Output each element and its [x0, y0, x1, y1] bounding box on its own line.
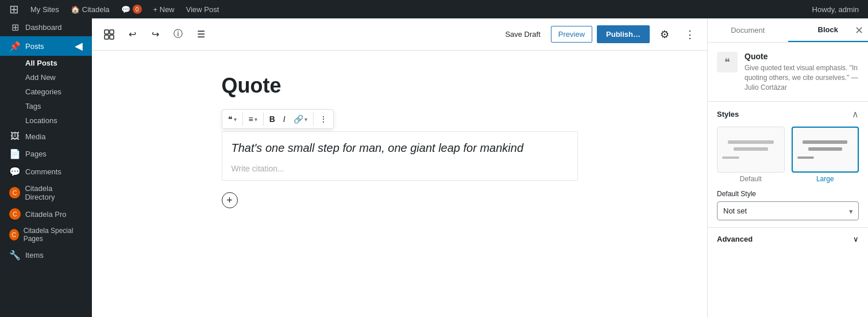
site-item[interactable]: 🏠 Citadela [66, 0, 114, 18]
large-preview-line-2 [808, 147, 842, 151]
comments-label: Comments [25, 167, 61, 176]
citadela-directory-label: Citadela Directory [25, 184, 83, 201]
posts-label: Posts [25, 42, 44, 51]
link-icon: 🔗 [294, 114, 303, 124]
advanced-section-header[interactable]: Advanced ∨ [717, 235, 859, 243]
sidebar-sub-item-locations[interactable]: Locations [0, 113, 92, 128]
more-block-options-button[interactable]: ⋮ [316, 112, 331, 126]
comment-count: 0 [133, 5, 142, 14]
styles-grid: Default Large [717, 127, 859, 183]
link-button[interactable]: 🔗 ▾ [290, 112, 311, 126]
default-preview-line-2 [734, 147, 768, 151]
list-view-button[interactable]: ☰ [191, 24, 211, 45]
quote-type-button[interactable]: ❝ ▾ [225, 112, 240, 126]
comment-icon: 💬 [121, 5, 130, 14]
default-preview-line-1 [728, 140, 774, 144]
citadela-directory-icon: C [9, 187, 20, 198]
admin-bar-right: Howdy, admin [812, 5, 863, 14]
publish-button[interactable]: Publish… [597, 25, 650, 43]
preview-button[interactable]: Preview [551, 26, 592, 43]
media-icon: 🖼 [9, 131, 21, 142]
save-draft-button[interactable]: Save Draft [499, 26, 546, 42]
quote-text[interactable]: That's one small step for man, one giant… [232, 139, 568, 157]
toolbar-divider-2 [263, 112, 264, 126]
toolbar-divider-1 [242, 112, 243, 126]
large-preview-underline [797, 156, 814, 159]
align-button[interactable]: ≡ ▾ [245, 112, 261, 126]
citadela-special-pages-icon: C [9, 229, 19, 240]
categories-label: Categories [25, 87, 61, 96]
add-new-label: Add New [25, 73, 56, 82]
align-dropdown-arrow: ▾ [254, 116, 257, 123]
default-preview-underline [722, 156, 739, 159]
redo-button[interactable]: ↪ [145, 24, 165, 45]
bold-button[interactable]: B [266, 112, 279, 126]
locations-label: Locations [25, 116, 57, 125]
redo-icon: ↪ [152, 29, 159, 40]
quote-citation[interactable]: Write citation... [232, 164, 568, 173]
sidebar-item-items[interactable]: 🔧 Items [0, 246, 92, 264]
add-block-button[interactable] [99, 24, 119, 45]
block-info: ❝ Quote Give quoted text visual emphasis… [708, 43, 868, 102]
advanced-section-title: Advanced [717, 235, 753, 243]
wp-logo-icon: ⊞ [9, 2, 19, 16]
tags-label: Tags [25, 102, 41, 110]
style-option-large[interactable]: Large [792, 127, 859, 183]
pages-icon: 📄 [9, 148, 21, 159]
italic-button[interactable]: I [280, 112, 289, 126]
default-style-select[interactable]: Not set Default Large [717, 201, 859, 220]
dashboard-label: Dashboard [25, 23, 62, 32]
items-label: Items [25, 251, 44, 259]
new-label: + New [153, 5, 175, 14]
sidebar-item-pages[interactable]: 📄 Pages [0, 145, 92, 163]
comments-item[interactable]: 💬 0 [117, 0, 146, 18]
settings-button[interactable]: ⚙ [654, 24, 675, 45]
quote-block-wrapper: ❝ ▾ ≡ ▾ B I [222, 109, 578, 181]
sidebar-sub-item-add-new[interactable]: Add New [0, 70, 92, 85]
svg-rect-3 [110, 35, 114, 39]
greeting-label: Howdy, admin [812, 5, 859, 14]
style-option-default[interactable]: Default [717, 127, 785, 183]
info-icon: ⓘ [173, 28, 183, 40]
link-dropdown-arrow: ▾ [304, 116, 307, 123]
my-sites-item[interactable]: My Sites [26, 0, 64, 18]
info-button[interactable]: ⓘ [168, 24, 188, 45]
align-icon: ≡ [249, 114, 253, 124]
new-item[interactable]: + New [149, 0, 179, 18]
sidebar-sub-item-tags[interactable]: Tags [0, 99, 92, 113]
undo-icon: ↩ [129, 29, 136, 40]
undo-button[interactable]: ↩ [122, 24, 142, 45]
sidebar-item-citadela-directory[interactable]: C Citadela Directory [0, 181, 92, 205]
block-info-description: Give quoted text visual emphasis. "In qu… [744, 63, 859, 92]
house-icon: 🏠 [71, 5, 80, 14]
toolbar-divider-3 [313, 112, 314, 126]
editor-inner: Quote ❝ ▾ ≡ ▾ [222, 74, 578, 208]
toolbar-right: Save Draft Preview Publish… ⚙ ⋮ [499, 24, 700, 45]
sidebar-item-citadela-special-pages[interactable]: C Citadela Special Pages [0, 223, 92, 246]
panel-content: ❝ Quote Give quoted text visual emphasis… [708, 43, 868, 317]
styles-section-header[interactable]: Styles ∧ [717, 109, 859, 120]
svg-rect-1 [110, 30, 114, 34]
more-block-icon: ⋮ [319, 114, 327, 124]
bold-icon: B [269, 114, 275, 124]
quote-block[interactable]: That's one small step for man, one giant… [222, 131, 578, 181]
tab-document[interactable]: Document [708, 18, 788, 42]
sidebar-item-dashboard[interactable]: ⊞ Dashboard [0, 18, 92, 36]
settings-icon: ⚙ [660, 28, 669, 41]
sidebar-item-posts[interactable]: 📌 Posts ◀ [0, 36, 92, 56]
more-options-button[interactable]: ⋮ [680, 24, 700, 45]
sidebar-sub-item-categories[interactable]: Categories [0, 85, 92, 99]
view-post-item[interactable]: View Post [182, 0, 224, 18]
main-layout: ⊞ Dashboard 📌 Posts ◀ All Posts Add New … [0, 18, 868, 317]
sidebar-sub-item-all-posts[interactable]: All Posts [0, 56, 92, 70]
wp-logo-item[interactable]: ⊞ [5, 0, 24, 18]
comments-icon: 💬 [9, 166, 21, 177]
posts-icon: 📌 [9, 41, 21, 52]
svg-rect-0 [105, 30, 109, 34]
sidebar-item-citadela-pro[interactable]: C Citadela Pro [0, 205, 92, 223]
block-title: Quote [222, 74, 578, 98]
sidebar-item-media[interactable]: 🖼 Media [0, 128, 92, 145]
add-block-below-button[interactable]: + [222, 192, 238, 208]
panel-close-button[interactable]: ✕ [855, 24, 863, 37]
sidebar-item-comments[interactable]: 💬 Comments [0, 163, 92, 181]
